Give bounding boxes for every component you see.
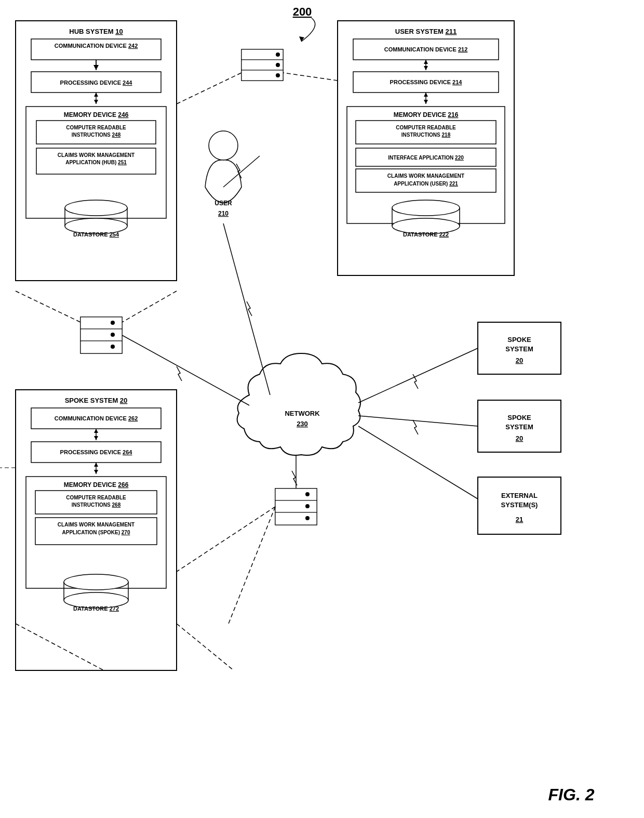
svg-text:21: 21 xyxy=(516,516,523,523)
svg-point-74 xyxy=(111,321,115,325)
svg-line-118 xyxy=(177,73,242,104)
svg-line-131 xyxy=(177,624,234,670)
svg-point-68 xyxy=(305,504,310,508)
svg-text:MEMORY DEVICE 216: MEMORY DEVICE 216 xyxy=(394,111,459,118)
svg-line-124 xyxy=(358,416,478,426)
hub-system-title: HUB SYSTEM 10 xyxy=(69,28,123,35)
svg-rect-66 xyxy=(275,512,317,525)
svg-text:COMMUNICATION DEVICE 212: COMMUNICATION DEVICE 212 xyxy=(384,46,468,52)
svg-text:SYSTEM: SYSTEM xyxy=(505,345,533,353)
svg-text:20: 20 xyxy=(516,434,523,442)
diagram-container: HUB SYSTEM 10 COMMUNICATION DEVICE 242 P… xyxy=(0,0,644,818)
svg-text:210: 210 xyxy=(218,210,229,217)
svg-line-123 xyxy=(358,348,478,403)
svg-rect-72 xyxy=(81,329,122,341)
svg-text:MEMORY DEVICE 266: MEMORY DEVICE 266 xyxy=(64,481,129,489)
svg-point-76 xyxy=(111,345,115,349)
svg-text:SPOKE: SPOKE xyxy=(507,414,531,421)
svg-text:DATASTORE 222: DATASTORE 222 xyxy=(403,231,449,238)
svg-line-119 xyxy=(283,73,338,81)
svg-text:INSTRUCTIONS 218: INSTRUCTIONS 218 xyxy=(401,132,451,138)
svg-text:USER: USER xyxy=(214,200,232,207)
svg-text:COMPUTER READABLE: COMPUTER READABLE xyxy=(396,125,456,130)
svg-rect-71 xyxy=(81,317,122,329)
svg-text:COMMUNICATION DEVICE 262: COMMUNICATION DEVICE 262 xyxy=(55,415,138,421)
svg-text:PROCESSING DEVICE 214: PROCESSING DEVICE 214 xyxy=(390,79,463,85)
svg-text:EXTERNAL: EXTERNAL xyxy=(501,492,538,499)
svg-point-67 xyxy=(305,492,310,496)
svg-point-60 xyxy=(276,73,280,77)
svg-text:SPOKE SYSTEM 20: SPOKE SYSTEM 20 xyxy=(65,397,128,404)
svg-rect-64 xyxy=(275,489,317,500)
svg-rect-73 xyxy=(81,341,122,353)
svg-text:INSTRUCTIONS 268: INSTRUCTIONS 268 xyxy=(72,502,121,508)
svg-text:APPLICATION (HUB) 251: APPLICATION (HUB) 251 xyxy=(65,160,127,165)
svg-line-121 xyxy=(223,223,270,395)
svg-point-75 xyxy=(111,333,115,337)
svg-point-69 xyxy=(305,516,310,520)
svg-text:PROCESSING DEVICE 244: PROCESSING DEVICE 244 xyxy=(60,80,133,86)
svg-point-97 xyxy=(64,574,128,590)
svg-rect-1 xyxy=(31,39,161,60)
svg-text:SPOKE: SPOKE xyxy=(507,336,531,344)
svg-line-125 xyxy=(358,426,478,499)
svg-point-51 xyxy=(209,131,238,160)
svg-line-116 xyxy=(16,291,81,322)
svg-text:COMMUNICATION DEVICE 242: COMMUNICATION DEVICE 242 xyxy=(55,43,138,49)
svg-text:NETWORK: NETWORK xyxy=(285,410,320,417)
svg-text:COMPUTER READABLE: COMPUTER READABLE xyxy=(66,125,126,130)
svg-text:USER SYSTEM 211: USER SYSTEM 211 xyxy=(395,28,457,35)
svg-line-117 xyxy=(122,291,177,322)
svg-rect-65 xyxy=(275,500,317,512)
svg-text:FIG. 2: FIG. 2 xyxy=(548,785,595,804)
svg-text:230: 230 xyxy=(297,420,308,428)
diagram-svg: HUB SYSTEM 10 COMMUNICATION DEVICE 242 P… xyxy=(0,0,644,818)
svg-text:APPLICATION (USER) 221: APPLICATION (USER) 221 xyxy=(394,181,458,187)
svg-line-128 xyxy=(229,507,275,624)
svg-point-59 xyxy=(276,63,280,67)
svg-text:INTERFACE APPLICATION 220: INTERFACE APPLICATION 220 xyxy=(388,155,464,161)
svg-marker-115 xyxy=(299,36,304,42)
svg-text:COMPUTER READABLE: COMPUTER READABLE xyxy=(66,495,126,500)
svg-text:INSTRUCTIONS 248: INSTRUCTIONS 248 xyxy=(72,132,121,138)
svg-text:SYSTEM: SYSTEM xyxy=(505,423,533,431)
svg-text:20: 20 xyxy=(516,357,523,364)
svg-line-127 xyxy=(177,507,275,572)
svg-point-46 xyxy=(392,200,460,216)
svg-text:CLAIMS WORK MANAGEMENT: CLAIMS WORK MANAGEMENT xyxy=(58,152,135,158)
svg-text:SYSTEM(S): SYSTEM(S) xyxy=(501,501,538,509)
svg-text:CLAIMS WORK MANAGEMENT: CLAIMS WORK MANAGEMENT xyxy=(387,173,464,179)
svg-text:DATASTORE 272: DATASTORE 272 xyxy=(73,605,119,612)
svg-text:200: 200 xyxy=(293,5,312,18)
svg-text:APPLICATION (SPOKE) 270: APPLICATION (SPOKE) 270 xyxy=(62,530,130,535)
svg-text:DATASTORE 254: DATASTORE 254 xyxy=(73,231,119,238)
svg-point-19 xyxy=(65,200,127,216)
svg-point-58 xyxy=(276,52,280,57)
svg-text:PROCESSING DEVICE 264: PROCESSING DEVICE 264 xyxy=(60,449,133,455)
svg-text:CLAIMS WORK MANAGEMENT: CLAIMS WORK MANAGEMENT xyxy=(58,522,135,527)
svg-text:MEMORY DEVICE 246: MEMORY DEVICE 246 xyxy=(64,111,129,118)
